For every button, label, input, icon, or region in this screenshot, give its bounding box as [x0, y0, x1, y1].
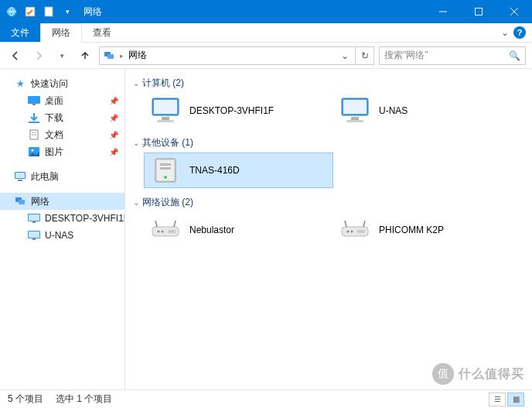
chevron-down-icon: ⌄	[133, 79, 139, 87]
search-icon: 🔍	[509, 50, 520, 61]
svg-rect-26	[29, 231, 39, 238]
svg-rect-50	[357, 230, 365, 233]
item-label: Nebulastor	[189, 225, 234, 235]
network-icon	[103, 50, 115, 62]
svg-point-48	[347, 231, 350, 233]
pin-icon: 📌	[109, 97, 118, 105]
qat-properties-icon[interactable]	[22, 3, 39, 20]
svg-point-42	[158, 231, 160, 233]
status-bar: 5 个项目 选中 1 个项目 ☰ ▦	[0, 389, 532, 408]
svg-rect-23	[29, 214, 39, 221]
tab-view[interactable]: 查看	[82, 23, 122, 42]
content-pane[interactable]: ⌄ 计算机 (2)DESKTOP-3VHFI1FU-NAS⌄ 其他设备 (1)T…	[125, 69, 532, 389]
router-icon	[339, 215, 371, 245]
pin-icon: 📌	[109, 131, 118, 139]
tree-quick-access[interactable]: ★ 快速访问	[0, 75, 124, 92]
item[interactable]: PHICOMM K2P	[333, 212, 523, 248]
svg-line-52	[363, 221, 365, 227]
svg-line-46	[174, 221, 176, 227]
address-bar[interactable]: ▸ 网络 ⌄	[99, 46, 356, 65]
svg-line-51	[345, 221, 346, 227]
view-tiles-button[interactable]: ▦	[507, 393, 524, 406]
qat-new-icon[interactable]	[40, 3, 57, 20]
expand-ribbon-icon[interactable]: ⌄	[501, 27, 509, 38]
pictures-icon	[28, 146, 40, 158]
group-header[interactable]: ⌄ 计算机 (2)	[133, 74, 524, 93]
svg-rect-27	[32, 238, 36, 240]
window-title: 网络	[79, 5, 102, 19]
tree-qa-item[interactable]: 下载📌	[0, 109, 124, 126]
search-input[interactable]: 搜索"网络" 🔍	[379, 46, 526, 65]
help-icon[interactable]: ?	[513, 26, 526, 39]
pc-icon	[14, 170, 26, 183]
svg-rect-2	[45, 7, 53, 16]
svg-rect-9	[28, 96, 40, 104]
item[interactable]: TNAS-416D	[144, 153, 333, 188]
computer-icon	[149, 96, 182, 125]
svg-rect-10	[32, 104, 36, 105]
navigation-tree[interactable]: ★ 快速访问 桌面📌下载📌文档📌图片📌 此电脑 网络 DESKTOP-3VHFI…	[0, 69, 125, 389]
svg-rect-18	[15, 173, 25, 178]
svg-rect-8	[107, 54, 114, 59]
chevron-down-icon: ⌄	[133, 198, 139, 207]
svg-rect-34	[351, 117, 359, 120]
documents-icon	[28, 129, 40, 141]
item[interactable]: DESKTOP-3VHFI1F	[144, 93, 333, 129]
ribbon-tabs: 文件 网络 查看 ⌄ ?	[0, 23, 532, 43]
up-button[interactable]	[76, 46, 94, 65]
address-dropdown-icon[interactable]: ⌄	[338, 50, 352, 61]
item-label: DESKTOP-3VHFI1F	[189, 105, 274, 116]
item-label: PHICOMM K2P	[379, 225, 444, 235]
pin-icon: 📌	[109, 148, 118, 156]
svg-rect-30	[162, 117, 169, 120]
tree-this-pc[interactable]: 此电脑	[0, 168, 124, 185]
quick-access-toolbar: ▾	[0, 3, 79, 20]
status-total: 5 个项目	[8, 393, 43, 406]
svg-rect-39	[160, 163, 171, 166]
breadcrumb[interactable]: 网络	[128, 49, 147, 62]
tree-network[interactable]: 网络	[0, 193, 124, 210]
back-button[interactable]	[6, 46, 25, 65]
item-label: TNAS-416D	[189, 165, 240, 176]
navigation-bar: ▾ ▸ 网络 ⌄ ↻ 搜索"网络" 🔍	[0, 43, 532, 69]
app-icon	[3, 3, 20, 20]
svg-point-38	[164, 176, 167, 179]
computer-icon	[339, 96, 371, 125]
star-icon: ★	[14, 77, 26, 90]
tab-network[interactable]: 网络	[40, 23, 82, 43]
svg-rect-19	[18, 180, 22, 181]
svg-rect-24	[32, 221, 36, 223]
status-selected: 选中 1 个项目	[56, 393, 112, 406]
tree-qa-item[interactable]: 图片📌	[0, 143, 124, 160]
svg-rect-4	[476, 9, 483, 15]
router-icon	[149, 215, 182, 245]
maximize-button[interactable]	[461, 0, 496, 23]
breadcrumb-sep: ▸	[120, 52, 124, 60]
item[interactable]: U-NAS	[333, 93, 523, 129]
tree-qa-item[interactable]: 桌面📌	[0, 92, 124, 109]
close-button[interactable]	[496, 0, 532, 23]
watermark-badge: 值	[432, 363, 454, 385]
svg-rect-40	[160, 167, 171, 170]
tab-file[interactable]: 文件	[0, 23, 40, 42]
svg-line-45	[155, 221, 157, 227]
tree-network-item[interactable]: U-NAS	[0, 227, 124, 244]
svg-rect-11	[29, 122, 39, 123]
desktop-icon	[28, 94, 40, 107]
device-icon	[149, 156, 182, 185]
svg-rect-33	[343, 100, 367, 114]
tree-network-item[interactable]: DESKTOP-3VHFI1F	[0, 210, 124, 227]
recent-dropdown[interactable]: ▾	[53, 46, 71, 65]
svg-rect-29	[154, 100, 177, 114]
svg-rect-35	[346, 120, 363, 122]
qat-dropdown-icon[interactable]: ▾	[59, 3, 76, 20]
refresh-button[interactable]: ↻	[356, 46, 374, 65]
item[interactable]: Nebulastor	[144, 212, 333, 248]
forward-button[interactable]	[29, 46, 48, 65]
tree-qa-item[interactable]: 文档📌	[0, 126, 124, 143]
group-header[interactable]: ⌄ 网络设施 (2)	[133, 193, 524, 212]
group-header[interactable]: ⌄ 其他设备 (1)	[133, 133, 524, 153]
item-label: U-NAS	[379, 105, 408, 116]
view-details-button[interactable]: ☰	[489, 393, 506, 406]
minimize-button[interactable]	[425, 0, 461, 23]
